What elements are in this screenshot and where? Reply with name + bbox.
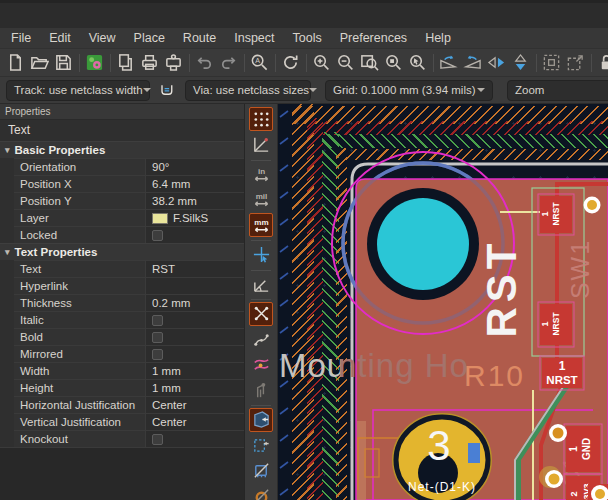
position-x-field[interactable]: 6.4 mm — [145, 176, 244, 192]
sw1-pad-1-bottom[interactable]: 1 NRST — [538, 302, 574, 347]
menu-preferences[interactable]: Preferences — [331, 28, 416, 48]
zoom-in-button[interactable] — [310, 51, 332, 74]
tht-pad-3[interactable]: 3 Net-(D1-K) — [393, 414, 491, 500]
menu-edit[interactable]: Edit — [40, 28, 80, 48]
open-folder-icon — [30, 53, 49, 72]
mirrored-checkbox[interactable] — [152, 349, 163, 360]
45-degree-mode-button[interactable] — [249, 272, 273, 296]
thickness-field[interactable]: 0.2 mm — [145, 295, 244, 311]
plot-button[interactable] — [162, 51, 184, 74]
width-field[interactable]: 1 mm — [145, 363, 244, 379]
sketch-pads-icon — [252, 461, 271, 480]
units-inches-button[interactable]: in — [249, 162, 273, 186]
text-field[interactable]: RST — [145, 261, 244, 277]
print-button[interactable] — [138, 51, 160, 74]
open-board-button[interactable] — [28, 51, 50, 74]
menu-view[interactable]: View — [80, 28, 125, 48]
via-lower[interactable] — [545, 470, 563, 488]
r10-reference-text[interactable]: R10 — [464, 359, 525, 392]
section-text-properties[interactable]: ▾ Text Properties — [0, 243, 244, 260]
rotate-ccw-button[interactable] — [437, 51, 459, 74]
sw1-reference-text[interactable]: SW1 — [566, 239, 594, 299]
vertical-justification-select[interactable]: Center — [145, 414, 244, 430]
gnd-pad[interactable]: 1 GND — [564, 424, 602, 474]
redo-button[interactable] — [217, 51, 239, 74]
menu-help[interactable]: Help — [416, 28, 460, 48]
section-basic-properties[interactable]: ▾ Basic Properties — [0, 141, 244, 158]
zone-outline-mode-button[interactable] — [249, 433, 273, 457]
hyperlink-field[interactable] — [145, 278, 244, 294]
menu-file[interactable]: File — [2, 28, 40, 48]
property-row-locked: Locked — [14, 226, 244, 243]
crosshair-cursor-button[interactable] — [249, 243, 273, 267]
refresh-button[interactable] — [279, 51, 301, 74]
toolbar-separator — [251, 405, 271, 406]
height-field[interactable]: 1 mm — [145, 380, 244, 396]
new-board-button[interactable] — [4, 51, 26, 74]
via-size-dropdown[interactable]: Via: use netclass sizes — [185, 80, 311, 101]
via-middle[interactable] — [549, 424, 567, 442]
property-label: Orientation — [14, 159, 145, 175]
pad-number: 3 — [427, 422, 450, 469]
pcb-canvas[interactable]: Mou nting Ho R10 RST — [278, 104, 608, 500]
local-ratsnest-button[interactable] — [249, 378, 273, 402]
auto-track-width-button[interactable] — [153, 79, 180, 102]
toolbar-separator — [306, 54, 307, 72]
mounting-hole-pad[interactable] — [377, 198, 469, 290]
ratsnest-visibility-button[interactable] — [249, 302, 273, 326]
zoom-fit-objects-button[interactable] — [382, 51, 404, 74]
property-row-mirrored: Mirrored — [14, 345, 244, 362]
lock-button[interactable] — [595, 51, 608, 74]
ungroup-button[interactable] — [564, 51, 586, 74]
find-button[interactable]: A — [248, 51, 270, 74]
menu-inspect[interactable]: Inspect — [225, 28, 283, 48]
rotate-cw-button[interactable] — [461, 51, 483, 74]
locked-checkbox[interactable] — [152, 230, 163, 241]
zoom-dropdown[interactable]: Zoom — [507, 80, 608, 101]
group-button[interactable] — [540, 51, 562, 74]
flip-vertical-button[interactable] — [509, 51, 531, 74]
net-highlight-button[interactable] — [249, 353, 273, 377]
mounting-hole-label-prefix[interactable]: Mou — [279, 347, 346, 384]
zoom-fit-page-button[interactable] — [358, 51, 380, 74]
position-y-field[interactable]: 38.2 mm — [145, 193, 244, 209]
page-settings-button[interactable] — [114, 51, 136, 74]
zoom-selection-button[interactable] — [406, 51, 428, 74]
orientation-field[interactable]: 90° — [145, 159, 244, 175]
sw1-pad-1-top[interactable]: 1 NRST — [538, 194, 574, 235]
toolbar-separator — [251, 240, 271, 241]
board-setup-button[interactable] — [83, 51, 105, 74]
rst-silkscreen-text[interactable]: RST — [478, 239, 525, 338]
property-row-bold: Bold — [14, 328, 244, 345]
layer-select[interactable]: F.SilkS — [145, 210, 244, 226]
curved-ratsnest-button[interactable] — [249, 327, 273, 351]
menu-place[interactable]: Place — [125, 28, 174, 48]
sketch-pads-mode-button[interactable] — [249, 459, 273, 483]
property-row-height: Height 1 mm — [14, 379, 244, 396]
zoom-out-button[interactable] — [334, 51, 356, 74]
menu-route[interactable]: Route — [174, 28, 225, 48]
track-width-dropdown[interactable]: Track: use netclass width — [6, 80, 150, 101]
menu-tools[interactable]: Tools — [284, 28, 331, 48]
zoom-in-icon — [312, 53, 331, 72]
grid-dropdown[interactable]: Grid: 0.1000 mm (3.94 mils) — [325, 80, 493, 101]
pad-net-name: NRST — [551, 312, 561, 336]
nrst-pad-horizontal[interactable]: 1 NRST — [540, 356, 584, 390]
units-mils-button[interactable]: mil — [249, 188, 273, 212]
grid-visibility-button[interactable] — [249, 107, 273, 131]
via-top-right[interactable] — [584, 197, 601, 214]
zone-fill-mode-button[interactable] — [249, 408, 273, 432]
mounting-hole-label-rest[interactable]: nting Ho — [338, 347, 469, 384]
knockout-checkbox[interactable] — [152, 434, 163, 445]
italic-checkbox[interactable] — [152, 315, 163, 326]
units-mm-button[interactable]: mm — [249, 213, 273, 237]
sketch-vias-mode-button[interactable] — [249, 484, 273, 500]
save-button[interactable] — [52, 51, 74, 74]
bold-checkbox[interactable] — [152, 332, 163, 343]
polar-coordinates-button[interactable] — [249, 133, 273, 157]
ratsnest-icon — [252, 304, 271, 323]
flip-horizontal-button[interactable] — [485, 51, 507, 74]
undo-button[interactable] — [193, 51, 215, 74]
toolbar-separator — [251, 270, 271, 271]
horizontal-justification-select[interactable]: Center — [145, 397, 244, 413]
